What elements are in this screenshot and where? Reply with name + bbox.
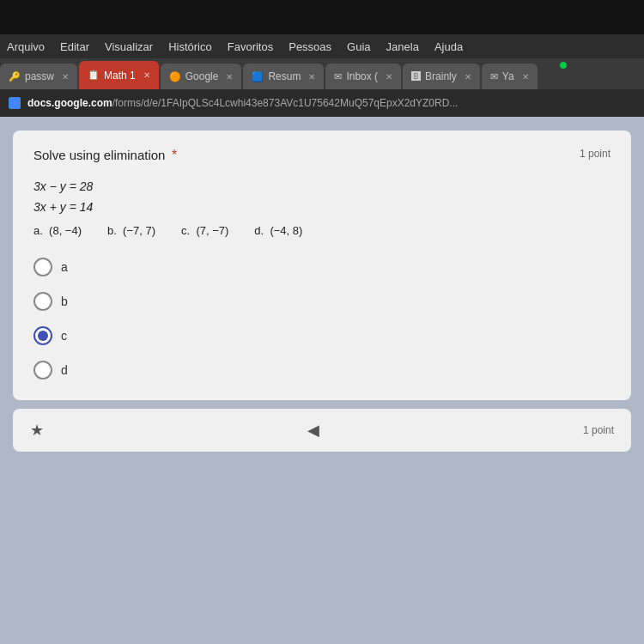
address-favicon	[9, 97, 21, 109]
main-content: Solve using elimination * 1 point 3x − y…	[0, 117, 644, 644]
menu-editar[interactable]: Editar	[60, 40, 89, 53]
radio-option-b[interactable]: b	[33, 292, 611, 311]
bottom-points: 1 point	[583, 424, 614, 436]
tab-resum-icon: 🟦	[252, 71, 264, 82]
radio-circle-d[interactable]	[33, 361, 52, 380]
question-points: 1 point	[580, 148, 611, 160]
tab-ya-label: Ya	[502, 70, 514, 82]
tab-ya[interactable]: ✉ Ya ✕	[482, 64, 538, 89]
tab-brainly-close[interactable]: ✕	[465, 72, 471, 82]
green-dot	[560, 62, 567, 69]
radio-option-a[interactable]: a	[33, 258, 611, 276]
radio-label-b: b	[61, 295, 68, 308]
menu-guia[interactable]: Guia	[347, 40, 370, 53]
tab-passw-label: passw	[25, 70, 54, 82]
question-title: Solve using elimination	[33, 148, 165, 162]
tab-math[interactable]: 📋 Math 1 ✕	[79, 61, 159, 89]
tab-passw[interactable]: 🔑 passw ✕	[0, 64, 77, 89]
tab-math-icon: 📋	[88, 70, 100, 81]
choice-c: c. (7, −7)	[181, 222, 228, 240]
question-card: Solve using elimination * 1 point 3x − y…	[13, 131, 631, 400]
menu-bar: Arquivo Editar Visualizar Histórico Favo…	[0, 34, 644, 58]
radio-circle-a[interactable]	[33, 258, 52, 276]
question-body: 3x − y = 28 3x + y = 14 a. (8, −4) b. (−…	[33, 177, 611, 240]
tab-ya-icon: ✉	[490, 71, 498, 82]
tab-inbox-icon: ✉	[334, 71, 342, 82]
tab-brainly-icon: 🅱	[411, 71, 421, 82]
tab-passw-close[interactable]: ✕	[62, 72, 69, 82]
tab-inbox-label: Inbox (	[346, 70, 378, 82]
radio-option-c[interactable]: c	[33, 326, 611, 345]
tab-resum-label: Resum	[268, 70, 301, 82]
radio-label-c: c	[61, 329, 67, 343]
address-url: docs.google.com/forms/d/e/1FAIpQLSc4Lcwh…	[27, 97, 458, 109]
menu-ajuda[interactable]: Ajuda	[434, 40, 463, 53]
choice-d: d. (−4, 8)	[254, 222, 302, 240]
radio-circle-b[interactable]	[33, 292, 52, 311]
question-header: Solve using elimination * 1 point	[33, 148, 611, 163]
tab-bar: 🔑 passw ✕ 📋 Math 1 ✕ 🟠 Google ✕ 🟦 Resum …	[0, 58, 644, 89]
bottom-star-icon: ★	[30, 421, 44, 440]
choice-b: b. (−7, 7)	[107, 222, 155, 240]
equation-2: 3x + y = 14	[33, 197, 611, 218]
radio-options: a b c d	[33, 258, 611, 380]
radio-option-d[interactable]: d	[33, 361, 611, 380]
tab-google[interactable]: 🟠 Google ✕	[161, 64, 242, 89]
bottom-bar: ★ ◀ 1 point	[13, 409, 631, 452]
radio-label-a: a	[61, 260, 68, 274]
radio-label-d: d	[61, 363, 68, 377]
tab-brainly[interactable]: 🅱 Brainly ✕	[403, 64, 480, 89]
question-required-marker: *	[172, 148, 177, 162]
tab-google-icon: 🟠	[169, 71, 181, 82]
choice-a: a. (8, −4)	[33, 222, 82, 240]
question-choices: a. (8, −4) b. (−7, 7) c. (7, −7) d. (−4,…	[33, 222, 611, 240]
tab-math-close[interactable]: ✕	[143, 70, 150, 80]
question-title-container: Solve using elimination *	[33, 148, 177, 163]
tab-google-close[interactable]: ✕	[226, 72, 233, 82]
menu-pessoas[interactable]: Pessoas	[289, 40, 331, 53]
menu-janela[interactable]: Janela	[386, 40, 419, 53]
bottom-cursor-icon: ◀	[307, 421, 319, 440]
address-bar[interactable]: docs.google.com/forms/d/e/1FAIpQLSc4Lcwh…	[0, 89, 644, 117]
tab-passw-icon: 🔑	[9, 71, 21, 82]
tab-inbox-close[interactable]: ✕	[386, 72, 392, 82]
tab-ya-close[interactable]: ✕	[522, 72, 529, 82]
menu-favoritos[interactable]: Favoritos	[228, 40, 273, 53]
equation-1: 3x − y = 28	[33, 177, 611, 197]
tab-brainly-label: Brainly	[425, 70, 457, 82]
menu-visualizar[interactable]: Visualizar	[105, 40, 153, 53]
top-black-bar	[0, 0, 644, 34]
tab-inbox[interactable]: ✉ Inbox ( ✕	[325, 64, 401, 89]
tab-resum-close[interactable]: ✕	[308, 72, 315, 82]
tab-resum[interactable]: 🟦 Resum ✕	[243, 64, 324, 89]
menu-arquivo[interactable]: Arquivo	[7, 40, 45, 53]
menu-historico[interactable]: Histórico	[168, 40, 212, 53]
tab-google-label: Google	[185, 70, 219, 82]
radio-circle-c[interactable]	[33, 326, 52, 345]
tab-math-label: Math 1	[104, 70, 136, 82]
